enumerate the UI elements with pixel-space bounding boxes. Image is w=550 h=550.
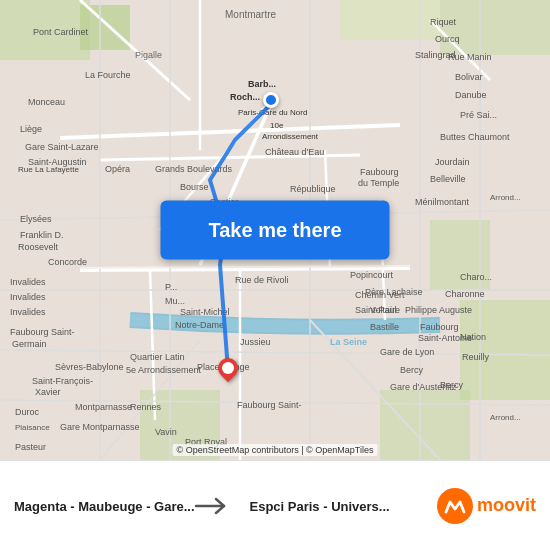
moovit-wordmark: moovit bbox=[477, 495, 536, 516]
to-station-text: Espci Paris - Univers... bbox=[250, 497, 390, 515]
svg-text:Montmartre: Montmartre bbox=[225, 9, 277, 20]
from-station-text: Magenta - Maubeuge - Gare... bbox=[14, 497, 174, 515]
svg-text:Riquet: Riquet bbox=[430, 17, 457, 27]
svg-text:Charo...: Charo... bbox=[460, 272, 492, 282]
svg-text:Pasteur: Pasteur bbox=[15, 442, 46, 452]
svg-text:Bastille: Bastille bbox=[370, 322, 399, 332]
svg-text:Pré Sai...: Pré Sai... bbox=[460, 110, 497, 120]
svg-text:Rennes: Rennes bbox=[130, 402, 162, 412]
svg-text:République: République bbox=[290, 184, 336, 194]
moovit-m-icon bbox=[437, 488, 473, 524]
svg-text:Buttes Chaumont: Buttes Chaumont bbox=[440, 132, 510, 142]
svg-text:Notre-Dame: Notre-Dame bbox=[175, 320, 224, 330]
svg-text:Mu...: Mu... bbox=[165, 296, 185, 306]
svg-text:Arrond...: Arrond... bbox=[490, 413, 521, 422]
svg-text:Monceau: Monceau bbox=[28, 97, 65, 107]
svg-text:Gare Montparnasse: Gare Montparnasse bbox=[60, 422, 140, 432]
svg-text:Rue La Lafayette: Rue La Lafayette bbox=[18, 165, 79, 174]
svg-rect-7 bbox=[380, 390, 470, 460]
svg-text:Reuilly: Reuilly bbox=[462, 352, 490, 362]
svg-text:Invalides: Invalides bbox=[10, 292, 46, 302]
svg-text:Belleville: Belleville bbox=[430, 174, 466, 184]
svg-text:Chemin Vert: Chemin Vert bbox=[355, 290, 405, 300]
svg-text:La Seine: La Seine bbox=[330, 337, 367, 347]
svg-text:Bolivar: Bolivar bbox=[455, 72, 483, 82]
svg-text:La Fourche: La Fourche bbox=[85, 70, 131, 80]
svg-text:Pont Cardinet: Pont Cardinet bbox=[33, 27, 89, 37]
map-container: Montmartre Pigalle Pont Cardinet La Four… bbox=[0, 0, 550, 460]
to-station-name: Espci Paris - Univers... bbox=[250, 499, 390, 514]
svg-text:Vavin: Vavin bbox=[155, 427, 177, 437]
svg-text:Duroc: Duroc bbox=[15, 407, 40, 417]
svg-text:Château d'Eau: Château d'Eau bbox=[265, 147, 324, 157]
svg-text:Philippe Auguste: Philippe Auguste bbox=[405, 305, 472, 315]
svg-text:Montparnasse: Montparnasse bbox=[75, 402, 132, 412]
svg-text:Charonne: Charonne bbox=[445, 289, 485, 299]
svg-text:Arrond...: Arrond... bbox=[490, 193, 521, 202]
svg-text:Ourcq: Ourcq bbox=[435, 34, 460, 44]
svg-text:Jourdain: Jourdain bbox=[435, 157, 470, 167]
svg-text:Franklin D.: Franklin D. bbox=[20, 230, 64, 240]
svg-text:Danube: Danube bbox=[455, 90, 487, 100]
svg-text:Rue Manin: Rue Manin bbox=[448, 52, 492, 62]
svg-text:Bercy: Bercy bbox=[400, 365, 424, 375]
svg-text:Arrondissement: Arrondissement bbox=[262, 132, 319, 141]
svg-rect-8 bbox=[460, 300, 550, 400]
svg-text:Barb...: Barb... bbox=[248, 79, 276, 89]
svg-text:Faubourg: Faubourg bbox=[360, 167, 399, 177]
svg-text:Xavier: Xavier bbox=[35, 387, 61, 397]
moovit-logo: moovit bbox=[437, 488, 536, 524]
map-attribution: © OpenStreetMap contributors | © OpenMap… bbox=[173, 444, 378, 456]
svg-text:Faubourg: Faubourg bbox=[420, 322, 459, 332]
route-arrow-icon bbox=[194, 494, 230, 518]
to-station-block: Espci Paris - Univers... bbox=[236, 497, 424, 515]
svg-text:Concorde: Concorde bbox=[48, 257, 87, 267]
from-station-block: Magenta - Maubeuge - Gare... bbox=[0, 497, 188, 515]
svg-text:Opéra: Opéra bbox=[105, 164, 130, 174]
svg-text:du Temple: du Temple bbox=[358, 178, 399, 188]
svg-text:Rue de Rivoli: Rue de Rivoli bbox=[235, 275, 289, 285]
route-arrow-block bbox=[188, 494, 236, 518]
moovit-logo-block: moovit bbox=[423, 488, 550, 524]
svg-text:Paris-Gare du Nord: Paris-Gare du Nord bbox=[238, 108, 307, 117]
svg-text:Gare de Lyon: Gare de Lyon bbox=[380, 347, 434, 357]
bottom-bar: Magenta - Maubeuge - Gare... Espci Paris… bbox=[0, 460, 550, 550]
svg-text:Saint-François-: Saint-François- bbox=[32, 376, 93, 386]
svg-text:Bourse: Bourse bbox=[180, 182, 209, 192]
svg-text:Popincourt: Popincourt bbox=[350, 270, 394, 280]
svg-text:Ménilmontant: Ménilmontant bbox=[415, 197, 470, 207]
svg-text:Plaisance: Plaisance bbox=[15, 423, 50, 432]
svg-text:Quartier Latin: Quartier Latin bbox=[130, 352, 185, 362]
svg-text:Jussieu: Jussieu bbox=[240, 337, 271, 347]
svg-text:Nation: Nation bbox=[460, 332, 486, 342]
svg-text:Invalides: Invalides bbox=[10, 277, 46, 287]
from-station-name: Magenta - Maubeuge - Gare... bbox=[14, 499, 195, 514]
svg-rect-4 bbox=[340, 0, 440, 40]
svg-text:Elysées: Elysées bbox=[20, 214, 52, 224]
svg-text:Faubourg Saint-: Faubourg Saint- bbox=[10, 327, 75, 337]
svg-text:Bercy: Bercy bbox=[440, 380, 464, 390]
svg-text:10e: 10e bbox=[270, 121, 284, 130]
svg-text:Invalides: Invalides bbox=[10, 307, 46, 317]
svg-text:5e Arrondissement: 5e Arrondissement bbox=[126, 365, 202, 375]
svg-text:Liège: Liège bbox=[20, 124, 42, 134]
svg-text:Roosevelt: Roosevelt bbox=[18, 242, 59, 252]
svg-text:Germain: Germain bbox=[12, 339, 47, 349]
svg-text:Gare Saint-Lazare: Gare Saint-Lazare bbox=[25, 142, 99, 152]
svg-text:Sèvres-Babylone: Sèvres-Babylone bbox=[55, 362, 124, 372]
svg-text:Roch...: Roch... bbox=[230, 92, 260, 102]
svg-text:Faubourg Saint-: Faubourg Saint- bbox=[237, 400, 302, 410]
svg-text:Saint-Paul: Saint-Paul bbox=[355, 305, 397, 315]
svg-text:Pigalle: Pigalle bbox=[135, 50, 162, 60]
svg-text:P...: P... bbox=[165, 282, 177, 292]
take-me-there-button[interactable]: Take me there bbox=[160, 201, 389, 260]
origin-marker bbox=[263, 92, 279, 108]
